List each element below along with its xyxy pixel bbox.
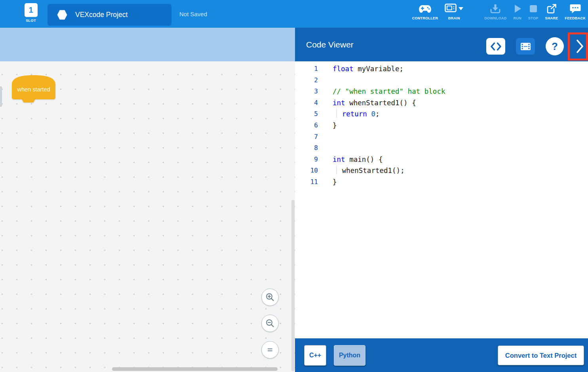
code-line: 8 bbox=[295, 142, 588, 154]
code-line: 11} bbox=[295, 177, 588, 188]
code-line: 2 bbox=[295, 75, 588, 86]
toolbar-actions: CONTROLLER BRAIN bbox=[412, 3, 586, 20]
controller-button[interactable]: CONTROLLER bbox=[412, 3, 438, 20]
slot-icon: 1 bbox=[25, 3, 38, 17]
code-line: 4int whenStarted1() { bbox=[295, 97, 588, 109]
blocks-workspace[interactable]: when started bbox=[0, 61, 295, 372]
zoom-in-button[interactable] bbox=[261, 288, 279, 306]
zoom-reset-icon bbox=[266, 346, 274, 354]
save-status: Not Saved bbox=[179, 0, 207, 28]
brain-dropdown-caret-icon[interactable] bbox=[459, 7, 463, 10]
project-title-button[interactable]: VEXcode Project bbox=[48, 4, 171, 26]
code-view-toggle-button[interactable] bbox=[486, 38, 505, 55]
code-viewer-title: Code Viewer bbox=[306, 28, 354, 61]
zoom-reset-button[interactable] bbox=[261, 341, 279, 359]
code-lines: 1float myVariable;23// "when started" ha… bbox=[295, 63, 588, 188]
controller-label: CONTROLLER bbox=[412, 16, 438, 20]
share-icon bbox=[546, 3, 557, 14]
brain-label: BRAIN bbox=[448, 16, 460, 20]
zoom-out-button[interactable] bbox=[261, 315, 279, 332]
code-line: 6} bbox=[295, 120, 588, 131]
code-line: 1float myVariable; bbox=[295, 63, 588, 75]
feedback-button[interactable]: FEEDBACK bbox=[565, 3, 586, 20]
feedback-icon bbox=[570, 3, 581, 14]
code-line: 3// "when started" hat block bbox=[295, 86, 588, 97]
stop-label: STOP bbox=[528, 16, 539, 20]
stop-icon bbox=[529, 3, 538, 14]
run-button[interactable]: RUN bbox=[514, 3, 521, 20]
hexagon-icon bbox=[57, 10, 67, 20]
top-toolbar: 1 SLOT VEXcode Project Not Saved CONTROL… bbox=[0, 0, 588, 28]
annotation-highlight bbox=[568, 32, 588, 61]
code-viewer-content: 1float myVariable;23// "when started" ha… bbox=[295, 61, 588, 338]
download-button[interactable]: DOWNLOAD bbox=[484, 3, 506, 20]
code-brackets-icon bbox=[491, 42, 501, 51]
project-title: VEXcode Project bbox=[75, 11, 127, 19]
download-label: DOWNLOAD bbox=[484, 16, 506, 20]
code-viewer-footer: C++ Python Convert to Text Project bbox=[295, 338, 588, 372]
workspace-toolbox-strip bbox=[0, 28, 295, 61]
film-icon bbox=[520, 42, 531, 51]
feedback-label: FEEDBACK bbox=[565, 16, 586, 20]
download-icon bbox=[490, 3, 500, 14]
question-mark-icon: ? bbox=[552, 40, 558, 53]
code-line: 10whenStarted1(); bbox=[295, 165, 588, 177]
code-line: 5return 0; bbox=[295, 108, 588, 120]
language-python-button[interactable]: Python bbox=[334, 345, 365, 366]
share-label: SHARE bbox=[545, 16, 558, 20]
code-viewer-header: Code Viewer ? bbox=[295, 28, 588, 61]
horizontal-scrollbar[interactable] bbox=[112, 367, 278, 371]
slot-label: SLOT bbox=[21, 19, 40, 23]
brain-icon bbox=[445, 4, 457, 14]
run-label: RUN bbox=[514, 16, 521, 20]
run-icon bbox=[514, 3, 521, 14]
when-started-block[interactable]: when started bbox=[11, 74, 57, 106]
hat-block-label: when started bbox=[11, 79, 57, 99]
tutorial-video-button[interactable] bbox=[516, 38, 535, 55]
code-line: 7 bbox=[295, 131, 588, 143]
vertical-scrollbar[interactable] bbox=[291, 200, 295, 371]
share-button[interactable]: SHARE bbox=[545, 3, 558, 20]
slot-number: 1 bbox=[29, 6, 33, 15]
help-button[interactable]: ? bbox=[546, 37, 564, 55]
code-line: 9int main() { bbox=[295, 154, 588, 165]
brain-button[interactable]: BRAIN bbox=[445, 3, 463, 20]
controller-icon bbox=[419, 3, 432, 14]
convert-to-text-project-button[interactable]: Convert to Text Project bbox=[498, 345, 584, 365]
slot-button[interactable]: 1 SLOT bbox=[21, 3, 40, 23]
palette-resize-handle[interactable] bbox=[0, 86, 2, 107]
language-cpp-button[interactable]: C++ bbox=[304, 345, 326, 366]
zoom-in-icon bbox=[265, 292, 275, 302]
stop-button[interactable]: STOP bbox=[528, 3, 539, 20]
zoom-out-icon bbox=[265, 319, 275, 328]
